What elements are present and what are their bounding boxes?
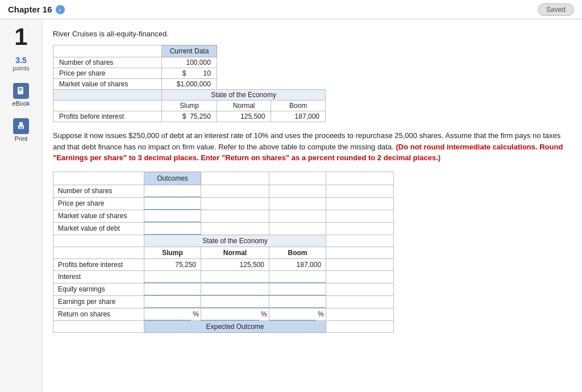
- print-tool[interactable]: Print: [13, 118, 29, 142]
- ebook-tool[interactable]: eBook: [12, 83, 30, 107]
- main-layout: 1 3.5 points eBook Print River Cruises i…: [0, 19, 582, 392]
- info-icon[interactable]: i: [56, 5, 65, 14]
- expected-outcome-label: Expected Outcome: [144, 320, 326, 332]
- outcomes-ros-row: Return on shares % %: [53, 308, 394, 320]
- input-shares-outcomes[interactable]: [144, 185, 201, 197]
- profits-row: Profits before interest $ 75,250 125,500…: [53, 111, 326, 122]
- current-data-header: Current Data: [162, 45, 217, 57]
- ebook-label: eBook: [12, 100, 30, 107]
- page-header: Chapter 16 i Saved: [0, 0, 582, 19]
- expected-outcome-row: Expected Outcome: [53, 320, 394, 332]
- input-interest-boom[interactable]: [269, 271, 326, 283]
- outcomes-header: Outcomes: [144, 172, 201, 185]
- svg-rect-5: [19, 122, 23, 125]
- pct-sign-slump: %: [191, 310, 201, 318]
- input-ros-normal[interactable]: [201, 308, 259, 320]
- content-area: River Cruises is all-equity-financed. Cu…: [43, 19, 582, 392]
- pct-sign-normal: %: [259, 310, 269, 318]
- header-left: Chapter 16 i: [8, 5, 65, 14]
- input-interest-slump[interactable]: [144, 271, 201, 283]
- svg-rect-3: [19, 90, 21, 91]
- input-ros-boom[interactable]: [269, 308, 316, 320]
- table-row: Price per share $ 10: [53, 68, 326, 79]
- outcomes-col-headers: Slump Normal Boom: [53, 247, 394, 258]
- points-label: points: [13, 65, 29, 72]
- intro-text: River Cruises is all-equity-financed.: [53, 30, 568, 38]
- state-subheader: State of the Economy: [53, 90, 326, 101]
- table-row: Number of shares 100,000: [53, 57, 326, 68]
- outcomes-equity-row: Equity earnings: [53, 283, 394, 295]
- question-number: 1: [14, 25, 27, 49]
- outcomes-table: Outcomes Number of shares Price per shar…: [53, 172, 394, 333]
- table-row: Market value of shares $1,000,000: [53, 79, 326, 90]
- input-price-outcomes[interactable]: [144, 198, 201, 210]
- input-mv-shares-outcomes[interactable]: [144, 210, 201, 222]
- outcomes-row-price: Price per share: [53, 197, 394, 210]
- input-interest-normal[interactable]: [201, 271, 269, 283]
- input-eps-slump[interactable]: [144, 296, 201, 308]
- print-icon: [13, 118, 29, 134]
- points-section: 3.5 points: [13, 56, 29, 72]
- instructions: Suppose it now issues $250,000 of debt a…: [53, 130, 568, 164]
- input-eps-normal[interactable]: [201, 296, 269, 308]
- input-equity-boom[interactable]: [269, 283, 326, 295]
- svg-rect-2: [19, 89, 22, 90]
- current-data-table: Current Data Number of shares 100,000 Pr…: [53, 45, 326, 122]
- sidebar: 1 3.5 points eBook Print: [0, 19, 43, 392]
- outcomes-row-shares: Number of shares: [53, 185, 394, 197]
- state-columns-header: Slump Normal Boom: [53, 101, 326, 111]
- svg-rect-7: [19, 128, 23, 128]
- chapter-title: Chapter 16: [8, 5, 52, 14]
- outcomes-eps-row: Earnings per share: [53, 295, 394, 308]
- input-mv-debt-outcomes[interactable]: [144, 223, 201, 235]
- input-equity-normal[interactable]: [201, 283, 269, 295]
- saved-badge: Saved: [538, 3, 574, 16]
- return-on-shares-label: Return on shares: [53, 308, 144, 320]
- input-ros-slump[interactable]: [144, 308, 191, 320]
- svg-rect-6: [19, 127, 23, 127]
- outcomes-row-mv-debt: Market value of debt: [53, 222, 394, 235]
- outcomes-row-mv-shares: Market value of shares: [53, 210, 394, 222]
- print-label: Print: [15, 135, 28, 142]
- input-eps-boom[interactable]: [269, 296, 326, 308]
- points-value: 3.5: [13, 56, 29, 65]
- outcomes-state-header-row: State of the Economy: [53, 235, 394, 247]
- ebook-icon: [13, 83, 29, 99]
- input-equity-slump[interactable]: [144, 283, 201, 295]
- svg-rect-1: [19, 88, 22, 89]
- pct-sign-boom: %: [316, 310, 326, 318]
- outcomes-interest-row: Interest: [53, 270, 394, 283]
- outcomes-profits-row: Profits before interest 75,250 125,500 1…: [53, 258, 394, 270]
